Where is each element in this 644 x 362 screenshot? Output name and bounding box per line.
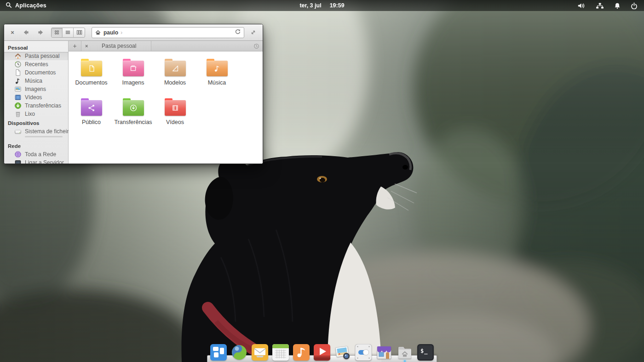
download-glyph-icon [129,103,138,113]
document-glyph-icon [87,64,96,73]
music-note-icon [14,77,22,85]
sidebar-item-documentos[interactable]: Documentos [4,68,68,77]
tab-label: Pasta pessoal [91,43,147,49]
back-button[interactable] [20,27,32,38]
sidebar-item-recentes[interactable]: Recentes [4,60,68,68]
dock-item-videos[interactable] [314,344,330,361]
top-panel: Aplicações ter, 3 jul 19:59 [0,0,644,11]
folder-transferencias[interactable]: Transferências [112,96,154,135]
sidebar-item-sistema-de-ficheiros[interactable]: Sistema de ficheiros [4,127,68,141]
notifications-icon[interactable] [614,2,621,9]
breadcrumb-home-label: paulo [104,29,118,36]
harddisk-icon [14,128,22,136]
tab-close-icon[interactable]: × [85,43,88,49]
sidebar-item-toda-a-rede[interactable]: Toda a Rede [4,150,68,158]
tab-pasta-pessoal[interactable]: × Pasta pessoal [81,41,151,51]
dock-item-music[interactable] [293,344,310,361]
list-view-icon[interactable] [63,28,74,37]
dock-item-files[interactable] [397,344,413,361]
recents-clock-icon [14,61,22,68]
power-icon[interactable] [631,2,638,9]
sidebar-item-transferencias[interactable]: Transferências [4,102,68,110]
column-view-icon[interactable] [74,28,85,37]
folder-videos[interactable]: Vídeos [154,96,196,135]
forward-button[interactable] [34,27,46,38]
search-icon [6,2,12,10]
volume-icon[interactable] [577,2,586,9]
applications-label: Aplicações [15,2,46,9]
photo-glyph-icon [129,64,138,73]
sidebar-item-lixo[interactable]: Lixo [4,110,68,118]
window-close-button[interactable]: × [8,28,17,37]
breadcrumb-separator-icon: › [121,29,122,36]
home-icon [14,52,22,60]
server-icon [14,159,22,164]
sidebar-section-pessoal: Pessoal [4,43,68,52]
sidebar-item-videos[interactable]: Vídeos [4,93,68,102]
sidebar-item-musica[interactable]: Música [4,77,68,85]
panel-date: ter, 3 jul [299,2,321,9]
network-icon[interactable] [596,2,604,9]
tab-bar: + × Pasta pessoal [69,41,263,51]
file-icon-view: Documentos Imagens Modelos [69,51,263,164]
folder-musica[interactable]: Música [196,56,238,96]
datetime-indicator[interactable]: ter, 3 jul 19:59 [299,2,344,9]
downloads-icon [14,102,22,109]
sidebar-section-rede: Rede [4,141,68,150]
dock-item-web-browser[interactable] [231,344,247,361]
videos-icon [14,94,22,101]
dock-item-multitasking-view[interactable] [210,344,227,361]
images-icon [14,85,22,93]
sidebar-item-pasta-pessoal[interactable]: Pasta pessoal [4,52,68,60]
new-tab-button[interactable]: + [69,41,81,51]
refresh-icon[interactable] [235,28,241,37]
path-bar[interactable]: paulo › [92,27,244,38]
restore-tab-history-icon[interactable] [250,41,263,51]
trash-icon [14,110,22,118]
sidebar-section-dispositivos: Dispositivos [4,118,68,127]
headerbar: × paulo › [4,24,263,41]
dock-item-calendar[interactable] [272,344,289,361]
sidebar-item-imagens[interactable]: Imagens [4,85,68,93]
grid-view-icon[interactable] [52,28,63,37]
document-icon [14,69,22,76]
folder-modelos[interactable]: Modelos [154,56,196,96]
home-icon [95,29,101,35]
folder-publico[interactable]: Público [70,96,112,135]
network-globe-icon [14,151,22,158]
dock-item-system-settings[interactable] [355,344,372,361]
terminal-prompt-glyph: $_ [420,348,428,354]
applications-menu[interactable]: Aplicações [0,2,46,10]
dock-item-terminal[interactable]: $_ [417,344,434,361]
maximize-button[interactable] [247,27,259,38]
disk-usage-bar [25,136,63,137]
view-switcher [51,28,85,38]
dock-item-mail[interactable] [252,344,268,361]
sidebar-item-ligar-a-servidor[interactable]: Ligar a Servidor... [4,158,68,164]
files-window: × paulo › [4,24,263,164]
folder-imagens[interactable]: Imagens [112,56,154,96]
film-glyph-icon [171,103,180,113]
share-glyph-icon [87,103,96,113]
breadcrumb[interactable]: paulo [95,29,118,36]
panel-time: 19:59 [330,2,345,9]
music-note-glyph-icon [213,64,222,73]
template-glyph-icon [171,64,180,73]
folder-documentos[interactable]: Documentos [70,56,112,96]
sidebar: Pessoal Pasta pessoal Recentes Documento… [4,41,69,164]
dock-item-appcenter[interactable] [376,344,392,361]
dock: $_ [210,344,434,361]
dock-item-photos[interactable] [334,344,351,361]
